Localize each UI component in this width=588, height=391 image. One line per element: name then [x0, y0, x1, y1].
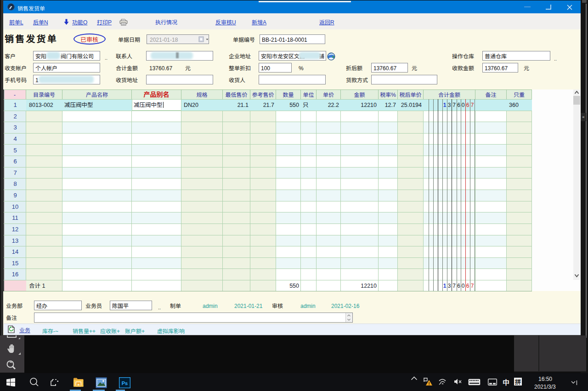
- svg-text:Ps: Ps: [122, 380, 128, 386]
